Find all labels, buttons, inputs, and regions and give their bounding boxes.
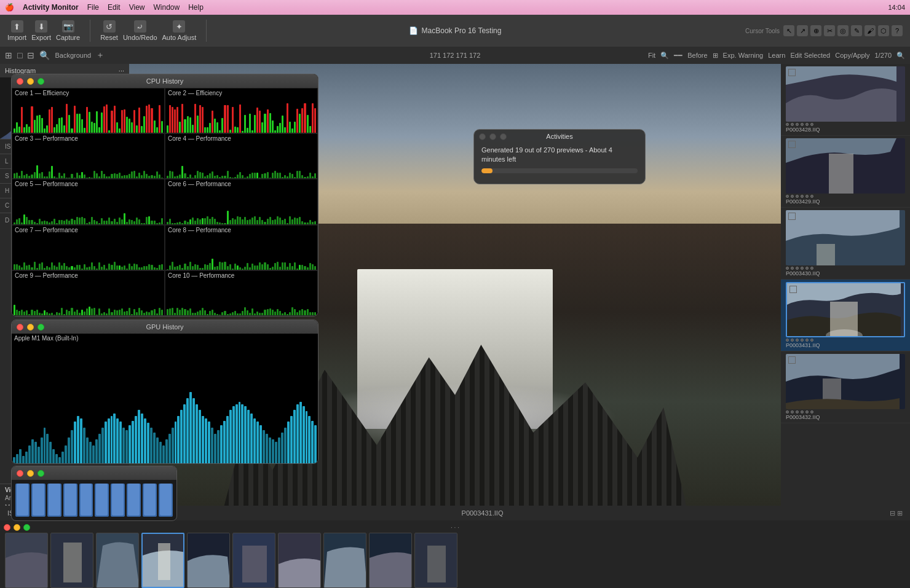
core2-bars-bar-12 <box>197 116 199 133</box>
menu-help[interactable]: Help <box>188 3 204 12</box>
core1-bars-bar-39 <box>111 111 113 133</box>
thumb-checkbox-4[interactable] <box>789 286 797 293</box>
thumb-checkbox-1[interactable] <box>788 69 796 76</box>
app-name[interactable]: Activity Monitor <box>23 3 79 12</box>
core6-bars-bar-31 <box>244 217 246 224</box>
tool-2[interactable]: ↗ <box>797 25 808 36</box>
bottom-strip-close[interactable] <box>4 524 10 531</box>
export-button[interactable]: ⬇ Export <box>31 20 51 41</box>
tool-4[interactable]: ✂ <box>824 25 835 36</box>
loupe-icon[interactable]: 🔍 <box>39 50 50 60</box>
single-icon[interactable]: □ <box>17 50 22 60</box>
bottom-film-8[interactable] <box>323 533 366 588</box>
thumbnail-1 <box>786 66 905 122</box>
core8-bars-bar-37 <box>259 262 261 270</box>
fit-label[interactable]: Fit <box>648 52 655 59</box>
bottom-film-7[interactable] <box>278 533 321 588</box>
auto-adjust-button[interactable]: ✦ Auto Adjust <box>162 20 197 41</box>
activities-minimize-btn[interactable] <box>489 133 496 140</box>
gpu-bar-52 <box>172 428 174 463</box>
memory-minimize-btn[interactable] <box>27 470 34 477</box>
cpu-maximize-btn[interactable] <box>38 78 44 85</box>
tool-7[interactable]: 🖌 <box>865 25 876 36</box>
apple-menu-icon[interactable]: 🍎 <box>5 3 14 12</box>
grid-icon[interactable]: ⊞ <box>5 50 12 60</box>
menu-view[interactable]: View <box>129 3 145 12</box>
import-button[interactable]: ⬆ Import <box>7 20 26 41</box>
tool-9[interactable]: ? <box>892 25 903 36</box>
bottom-strip-maximize[interactable] <box>23 524 30 531</box>
thumb-checkbox-3[interactable] <box>788 213 796 220</box>
bottom-film-6[interactable] <box>232 533 275 588</box>
filmstrip-item-1[interactable]: P0003428.IIQ <box>781 64 910 136</box>
bottom-film-5[interactable] <box>187 533 230 588</box>
filmstrip-item-4[interactable]: P0003431.IIQ <box>781 280 910 351</box>
edit-selected-label[interactable]: Edit Selected <box>790 52 830 59</box>
undo-redo-button[interactable]: ⤾ Undo/Redo <box>123 20 157 41</box>
core10-bars-bar-30 <box>242 311 243 315</box>
gpu-bar-44 <box>147 423 149 463</box>
thumb-checkbox-5[interactable] <box>788 356 796 364</box>
cpu-core-1: Core 1 — Efficiency <box>12 88 165 133</box>
menu-file[interactable]: File <box>87 3 99 12</box>
copy-apply-label[interactable]: Copy/Apply <box>835 52 869 59</box>
core2-bars-bar-53 <box>299 114 301 133</box>
grid-view-icon[interactable]: ⊞ <box>713 52 718 60</box>
compare-icon[interactable]: ⊟ <box>27 50 34 60</box>
core4-bars-bar-42 <box>272 173 274 178</box>
before-label[interactable]: Before <box>687 52 707 59</box>
activities-close-btn[interactable] <box>479 133 486 140</box>
gpu-maximize-btn[interactable] <box>38 324 44 331</box>
tool-8[interactable]: ⬡ <box>878 25 889 36</box>
core10-bars-bar-4 <box>176 308 178 315</box>
core4-bars-bar-51 <box>294 177 296 178</box>
reset-button[interactable]: ↺ Reset <box>100 20 118 41</box>
bottom-film-9[interactable] <box>369 533 412 588</box>
capture-button[interactable]: 📷 Capture <box>56 20 80 41</box>
search-icon[interactable]: 🔍 <box>896 52 905 60</box>
bottom-strip-minimize[interactable] <box>14 524 20 531</box>
bottom-film-4[interactable] <box>141 533 184 588</box>
tool-1[interactable]: ↖ <box>783 25 794 36</box>
core1-bars-bar-18 <box>58 118 60 133</box>
tool-5[interactable]: ◎ <box>837 25 849 36</box>
window-title-area: 📄 MacBook Pro 16 Testing <box>409 26 502 35</box>
core1-bars-bar-48 <box>133 110 135 133</box>
bottom-film-3[interactable] <box>96 533 139 588</box>
learn-label[interactable]: Learn <box>768 52 785 59</box>
activities-window: Activities Generated 19 out of 270 previ… <box>473 129 646 184</box>
tool-6[interactable]: ✎ <box>851 25 862 36</box>
gpu-bar-33 <box>113 414 116 463</box>
cpu-minimize-btn[interactable] <box>27 78 34 85</box>
tool-3[interactable]: ⊕ <box>810 25 821 36</box>
dot-3e <box>805 267 809 270</box>
bottom-film-10[interactable] <box>414 533 457 588</box>
memory-maximize-btn[interactable] <box>38 470 44 477</box>
gpu-minimize-btn[interactable] <box>27 324 34 331</box>
bottom-film-1[interactable] <box>5 533 48 588</box>
zoom-slider[interactable]: ━━ <box>674 52 682 60</box>
filmstrip-item-3[interactable]: P0003430.IIQ <box>781 208 910 280</box>
core1-bars-bar-56 <box>154 120 156 133</box>
add-icon[interactable]: ＋ <box>96 50 105 61</box>
thumb-checkbox-2[interactable] <box>788 141 796 148</box>
gpu-close-btn[interactable] <box>17 324 23 331</box>
filmstrip-item-2[interactable]: P0003429.IIQ <box>781 136 910 208</box>
bottom-film-2[interactable] <box>50 533 93 588</box>
memory-close-btn[interactable] <box>17 470 23 477</box>
core4-bars-bar-9 <box>189 174 191 178</box>
gpu-bar-27 <box>95 439 98 463</box>
core5-bars-bar-53 <box>146 217 148 224</box>
core5-bars-bar-55 <box>151 221 152 224</box>
cpu-close-btn[interactable] <box>17 78 23 85</box>
exp-warning-label[interactable]: Exp. Warning <box>723 52 764 59</box>
zoom-icon[interactable]: 🔍 <box>660 52 669 60</box>
menu-window[interactable]: Window <box>154 3 180 12</box>
filmstrip-item-5[interactable]: P0003432.IIQ <box>781 351 910 423</box>
core6-bars-bar-14 <box>202 218 204 224</box>
core1-label: Core 1 — Efficiency <box>15 90 69 96</box>
compare-tools[interactable]: ⊟ ⊞ <box>890 509 903 517</box>
activities-maximize-btn[interactable] <box>500 133 507 140</box>
gpu-bar-30 <box>105 421 107 463</box>
menu-edit[interactable]: Edit <box>108 3 121 12</box>
